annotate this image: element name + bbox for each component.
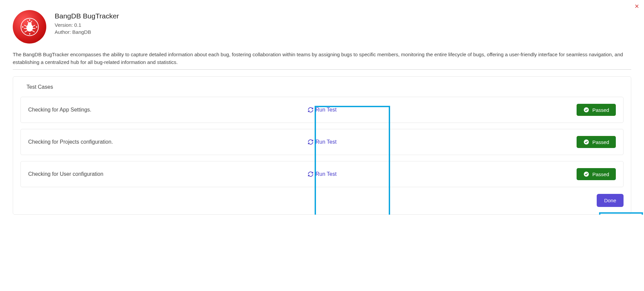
svg-point-1 bbox=[29, 19, 30, 20]
svg-line-10 bbox=[33, 25, 35, 26]
check-circle-icon bbox=[583, 107, 589, 113]
test-name: Checking for User configuration bbox=[28, 171, 308, 177]
run-test-label: Run Test bbox=[316, 171, 337, 177]
app-icon bbox=[13, 10, 46, 44]
check-circle-icon bbox=[583, 139, 589, 145]
svg-point-2 bbox=[29, 33, 30, 34]
status-col: Passed bbox=[336, 104, 616, 116]
done-row: Done bbox=[20, 193, 624, 207]
main-container: BangDB BugTracker Version: 0.1 Author: B… bbox=[0, 0, 644, 215]
status-badge: Passed bbox=[577, 168, 616, 180]
author-text: Author: BangDB bbox=[55, 29, 119, 35]
divider bbox=[13, 69, 631, 70]
run-test-label: Run Test bbox=[316, 107, 337, 113]
test-name: Checking for App Settings. bbox=[28, 107, 308, 113]
test-name: Checking for Projects configuration. bbox=[28, 139, 308, 145]
svg-line-8 bbox=[31, 21, 32, 22]
status-col: Passed bbox=[336, 136, 616, 148]
status-label: Passed bbox=[592, 139, 609, 145]
svg-line-13 bbox=[25, 30, 27, 32]
svg-line-14 bbox=[32, 30, 35, 32]
svg-point-4 bbox=[36, 26, 37, 27]
test-row: Checking for App Settings. Run Test Pass… bbox=[20, 97, 624, 123]
run-test-button[interactable]: Run Test bbox=[308, 171, 337, 177]
check-circle-icon bbox=[583, 171, 589, 177]
app-title: BangDB BugTracker bbox=[55, 12, 119, 20]
refresh-icon bbox=[308, 139, 314, 145]
svg-line-9 bbox=[24, 25, 26, 26]
svg-line-7 bbox=[28, 21, 29, 22]
status-badge: Passed bbox=[577, 136, 616, 148]
panel-title: Test Cases bbox=[26, 84, 624, 90]
refresh-icon bbox=[308, 171, 314, 177]
close-icon: × bbox=[635, 2, 639, 10]
status-badge: Passed bbox=[577, 104, 616, 116]
run-test-button[interactable]: Run Test bbox=[308, 107, 337, 113]
app-description: The BangDB BugTracker encompasses the ab… bbox=[13, 51, 631, 66]
test-row: Checking for User configuration Run Test… bbox=[20, 161, 624, 187]
bug-icon bbox=[19, 16, 41, 38]
test-cases-panel: Test Cases Checking for App Settings. Ru… bbox=[13, 76, 631, 215]
status-col: Passed bbox=[336, 168, 616, 180]
svg-point-3 bbox=[22, 26, 23, 27]
header: BangDB BugTracker Version: 0.1 Author: B… bbox=[13, 10, 631, 44]
test-row: Checking for Projects configuration. Run… bbox=[20, 129, 624, 155]
version-text: Version: 0.1 bbox=[55, 22, 119, 28]
run-test-label: Run Test bbox=[316, 139, 337, 145]
header-info: BangDB BugTracker Version: 0.1 Author: B… bbox=[55, 10, 119, 36]
refresh-icon bbox=[308, 107, 314, 113]
status-label: Passed bbox=[592, 107, 609, 113]
close-button[interactable]: × bbox=[635, 3, 639, 10]
run-test-button[interactable]: Run Test bbox=[308, 139, 337, 145]
status-label: Passed bbox=[592, 171, 609, 177]
done-button[interactable]: Done bbox=[597, 194, 624, 207]
